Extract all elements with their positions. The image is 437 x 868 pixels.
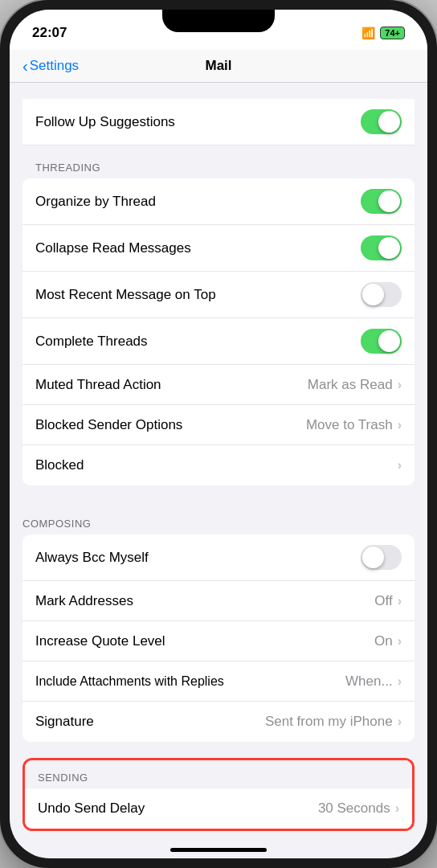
undo-send-delay-chevron-icon: › bbox=[395, 801, 399, 816]
always-bcc-myself-label: Always Bcc Myself bbox=[35, 550, 149, 566]
scroll-content: Follow Up Suggestions THREADING Organize… bbox=[10, 83, 427, 841]
wifi-icon: 📶 bbox=[361, 27, 375, 39]
most-recent-message-label: Most Recent Message on Top bbox=[35, 287, 216, 303]
composing-section-header: COMPOSING bbox=[10, 502, 427, 534]
increase-quote-level-chevron-icon: › bbox=[398, 634, 402, 649]
include-attachments-chevron-icon: › bbox=[398, 674, 402, 689]
follow-up-toggle[interactable] bbox=[361, 109, 402, 134]
battery-indicator: 74+ bbox=[380, 27, 405, 39]
mark-addresses-row[interactable]: Mark Addresses Off › bbox=[22, 581, 415, 621]
signature-value: Sent from my iPhone bbox=[265, 714, 393, 730]
sending-group: Undo Send Delay 30 Seconds › bbox=[25, 788, 412, 829]
composing-group: Always Bcc Myself Mark Addresses Off › bbox=[22, 534, 415, 742]
collapse-read-messages-label: Collapse Read Messages bbox=[35, 240, 191, 256]
status-time: 22:07 bbox=[32, 25, 67, 41]
complete-threads-row[interactable]: Complete Threads bbox=[22, 318, 415, 365]
always-bcc-myself-row[interactable]: Always Bcc Myself bbox=[22, 534, 415, 581]
toggle-knob bbox=[378, 111, 400, 133]
increase-quote-level-label: Increase Quote Level bbox=[35, 633, 165, 649]
notch bbox=[162, 10, 275, 32]
collapse-read-messages-toggle[interactable] bbox=[361, 235, 402, 260]
signature-right: Sent from my iPhone › bbox=[265, 714, 402, 730]
back-label: Settings bbox=[30, 58, 79, 74]
mark-addresses-chevron-icon: › bbox=[398, 594, 402, 608]
undo-send-delay-label: Undo Send Delay bbox=[38, 800, 145, 817]
screen: 22:07 📶 74+ ‹ Settings Mail F bbox=[10, 10, 427, 858]
blocked-sender-options-label: Blocked Sender Options bbox=[35, 417, 182, 433]
increase-quote-level-value: On bbox=[374, 633, 393, 649]
muted-thread-action-right: Mark as Read › bbox=[308, 377, 402, 393]
blocked-chevron-icon: › bbox=[398, 458, 402, 473]
blocked-sender-options-right: Move to Trash › bbox=[306, 417, 402, 433]
collapse-read-messages-row[interactable]: Collapse Read Messages bbox=[22, 225, 415, 272]
include-attachments-value: When... bbox=[345, 674, 393, 690]
status-icons: 📶 74+ bbox=[361, 27, 405, 39]
follow-up-suggestions-row[interactable]: Follow Up Suggestions bbox=[22, 99, 415, 145]
blocked-label: Blocked bbox=[35, 457, 84, 473]
threading-group: Organize by Thread Collapse Read Message… bbox=[22, 178, 415, 485]
undo-send-delay-row[interactable]: Undo Send Delay 30 Seconds › bbox=[25, 788, 412, 829]
blocked-sender-options-chevron-icon: › bbox=[398, 418, 402, 432]
threading-section-header: THREADING bbox=[22, 145, 415, 178]
muted-thread-action-chevron-icon: › bbox=[398, 378, 402, 392]
undo-send-delay-right: 30 Seconds › bbox=[318, 800, 399, 817]
muted-thread-action-value: Mark as Read bbox=[308, 377, 393, 393]
blocked-sender-options-row[interactable]: Blocked Sender Options Move to Trash › bbox=[22, 405, 415, 445]
blocked-right: › bbox=[398, 458, 402, 473]
organize-by-thread-toggle[interactable] bbox=[361, 189, 402, 214]
back-button[interactable]: ‹ Settings bbox=[22, 57, 79, 76]
phone-inner: 22:07 📶 74+ ‹ Settings Mail F bbox=[10, 10, 427, 858]
back-chevron-icon: ‹ bbox=[22, 57, 28, 76]
follow-up-label: Follow Up Suggestions bbox=[35, 114, 175, 130]
include-attachments-label: Include Attachments with Replies bbox=[35, 674, 224, 689]
include-attachments-right: When... › bbox=[345, 674, 402, 690]
complete-threads-label: Complete Threads bbox=[35, 334, 148, 350]
page-title: Mail bbox=[205, 58, 231, 74]
mark-addresses-label: Mark Addresses bbox=[35, 593, 133, 609]
increase-quote-level-right: On › bbox=[374, 633, 402, 649]
nav-bar: ‹ Settings Mail bbox=[10, 50, 427, 83]
mark-addresses-right: Off › bbox=[374, 593, 402, 609]
organize-by-thread-label: Organize by Thread bbox=[35, 194, 156, 210]
mark-addresses-value: Off bbox=[374, 593, 392, 609]
signature-label: Signature bbox=[35, 714, 94, 730]
include-attachments-row[interactable]: Include Attachments with Replies When...… bbox=[22, 661, 415, 702]
complete-threads-toggle[interactable] bbox=[361, 329, 402, 354]
organize-by-thread-row[interactable]: Organize by Thread bbox=[22, 178, 415, 225]
most-recent-message-row[interactable]: Most Recent Message on Top bbox=[22, 272, 415, 318]
sending-section: SENDING Undo Send Delay 30 Seconds › bbox=[22, 758, 415, 831]
most-recent-message-toggle[interactable] bbox=[361, 282, 402, 307]
home-indicator bbox=[170, 848, 267, 852]
signature-row[interactable]: Signature Sent from my iPhone › bbox=[22, 702, 415, 742]
always-bcc-myself-toggle[interactable] bbox=[361, 545, 402, 570]
phone-frame: 22:07 📶 74+ ‹ Settings Mail F bbox=[0, 0, 437, 868]
sending-section-header: SENDING bbox=[25, 760, 412, 788]
increase-quote-level-row[interactable]: Increase Quote Level On › bbox=[22, 621, 415, 661]
undo-send-delay-value: 30 Seconds bbox=[318, 800, 390, 817]
blocked-sender-options-value: Move to Trash bbox=[306, 417, 393, 433]
blocked-row[interactable]: Blocked › bbox=[22, 445, 415, 485]
muted-thread-action-label: Muted Thread Action bbox=[35, 377, 161, 393]
signature-chevron-icon: › bbox=[398, 714, 402, 729]
muted-thread-action-row[interactable]: Muted Thread Action Mark as Read › bbox=[22, 365, 415, 405]
